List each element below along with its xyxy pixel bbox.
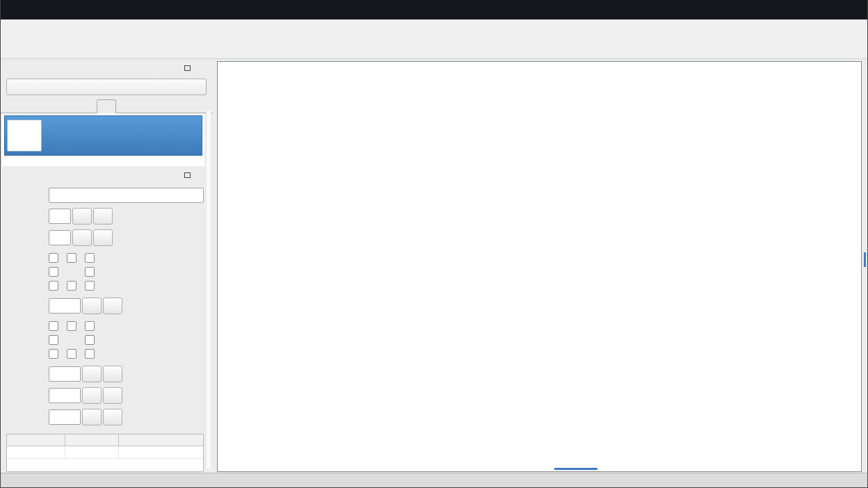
diameter-input[interactable] xyxy=(49,298,81,314)
properties-float-icon[interactable] xyxy=(182,170,193,180)
line-width-increment-button[interactable] xyxy=(103,387,122,404)
newman-increment-button[interactable] xyxy=(103,409,122,425)
radical-checkbox[interactable] xyxy=(49,281,58,291)
lone-pair-checkbox[interactable] xyxy=(85,349,95,359)
radical-checkbox[interactable] xyxy=(85,253,95,263)
charge-decrement-button[interactable] xyxy=(72,208,92,225)
charge-input[interactable] xyxy=(49,209,71,224)
coordinates-header-x xyxy=(7,434,65,446)
lone-pair-checkbox[interactable] xyxy=(49,335,58,345)
lone-pair-checkbox[interactable] xyxy=(85,335,95,345)
library-float-icon[interactable] xyxy=(182,63,193,73)
lone-pair-checkbox[interactable] xyxy=(67,349,77,359)
toolbar xyxy=(1,36,867,59)
coordinates-header-empty xyxy=(119,434,203,446)
radical-checkbox[interactable] xyxy=(49,253,58,263)
charge-increment-button[interactable] xyxy=(93,208,113,225)
properties-panel xyxy=(1,168,212,473)
menu-file[interactable] xyxy=(3,26,17,30)
molecule-libraries-panel xyxy=(1,60,212,168)
menu-help[interactable] xyxy=(45,26,59,30)
radical-checkbox[interactable] xyxy=(67,253,77,263)
statusbar xyxy=(1,473,867,487)
line-width-decrement-button[interactable] xyxy=(82,387,102,404)
radicals-grid xyxy=(49,251,103,293)
library-panel-header xyxy=(1,60,212,76)
radical-checkbox[interactable] xyxy=(49,267,58,277)
length-input[interactable] xyxy=(49,366,81,382)
diameter-row xyxy=(1,298,204,314)
lone-pair-checkbox[interactable] xyxy=(49,321,58,331)
menubar xyxy=(1,19,867,36)
coordinate-empty-cell xyxy=(119,446,203,459)
coordinate-y-cell[interactable] xyxy=(65,446,119,459)
lone-pairs-row xyxy=(1,319,204,361)
library-list xyxy=(2,113,204,166)
charge-row xyxy=(1,208,204,225)
library-tabbar xyxy=(1,99,212,113)
lone-pairs-grid xyxy=(49,319,103,361)
window-vscroll-thumb[interactable] xyxy=(864,252,866,267)
newman-decrement-button xyxy=(82,409,102,425)
coordinates-table-fill xyxy=(7,459,203,471)
line-width-row xyxy=(1,387,204,404)
menu-edit[interactable] xyxy=(17,26,31,30)
library-refresh-button[interactable] xyxy=(6,79,207,95)
diameter-decrement-button[interactable] xyxy=(82,298,102,314)
main-area xyxy=(1,59,867,473)
drawing-canvas[interactable] xyxy=(217,61,862,472)
newman-diameter-label xyxy=(1,412,44,421)
radical-checkbox[interactable] xyxy=(85,267,95,277)
newman-diameter-row xyxy=(1,409,204,425)
symbol-input[interactable] xyxy=(49,188,204,203)
properties-close-icon[interactable] xyxy=(195,170,207,180)
library-item-pcco[interactable] xyxy=(4,115,202,156)
hydrogens-increment-button[interactable] xyxy=(93,229,113,246)
radical-checkbox[interactable] xyxy=(85,281,95,291)
line-width-input[interactable] xyxy=(49,388,81,403)
length-increment-button[interactable] xyxy=(103,366,122,382)
menu-view[interactable] xyxy=(31,26,45,30)
library-item-thumbnail xyxy=(7,120,42,152)
length-row xyxy=(1,366,204,382)
radical-checkbox[interactable] xyxy=(67,281,77,291)
molecule-drawing[interactable] xyxy=(218,62,861,471)
window-close-icon[interactable] xyxy=(855,0,860,19)
library-close-icon[interactable] xyxy=(195,63,207,73)
canvas-hscroll-thumb[interactable] xyxy=(554,468,597,470)
app-window xyxy=(0,0,868,488)
properties-panel-header xyxy=(1,168,212,183)
length-decrement-button[interactable] xyxy=(82,366,102,382)
lone-pair-checkbox[interactable] xyxy=(49,349,58,359)
coordinates-data-row[interactable] xyxy=(7,446,203,459)
titlebar xyxy=(1,0,867,19)
diameter-increment-button[interactable] xyxy=(103,298,122,314)
coordinates-header-y xyxy=(65,434,119,446)
window-title xyxy=(1,0,867,19)
coordinate-x-cell[interactable] xyxy=(7,446,65,459)
lone-pair-checkbox[interactable] xyxy=(85,321,95,331)
hydrogens-decrement-button[interactable] xyxy=(72,229,92,246)
coordinates-header-row xyxy=(7,434,203,446)
lone-pair-checkbox[interactable] xyxy=(67,321,77,331)
radicals-row xyxy=(1,251,204,293)
tab-molsketch-lib[interactable] xyxy=(97,99,116,113)
sidebar-splitter[interactable] xyxy=(212,59,217,473)
coordinates-table xyxy=(6,434,204,472)
hydrogens-row xyxy=(1,229,204,246)
sidebar xyxy=(1,59,212,473)
symbol-row xyxy=(1,188,204,203)
newman-diameter-input[interactable] xyxy=(49,409,81,425)
hydrogens-input[interactable] xyxy=(49,230,71,245)
